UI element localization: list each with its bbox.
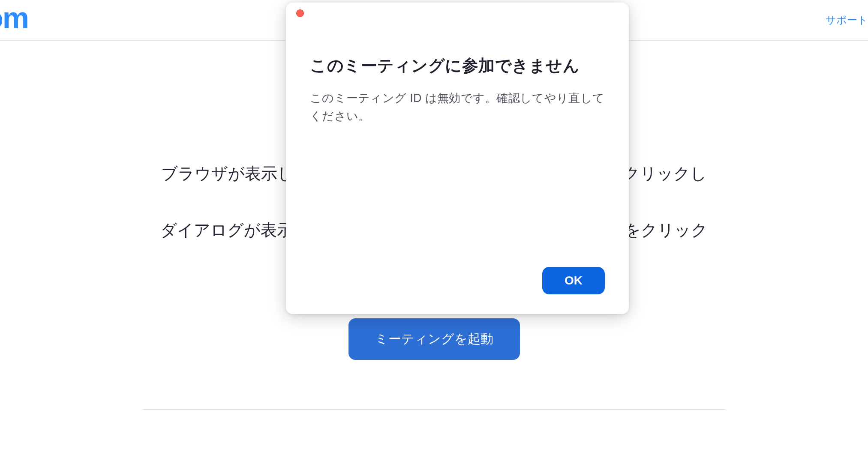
divider	[143, 409, 726, 410]
modal-footer: OK	[286, 267, 629, 314]
zoom-logo: om	[0, 1, 28, 35]
modal-body: このミーティングに参加できません このミーティング ID は無効です。確認してや…	[286, 24, 629, 267]
modal-message: このミーティング ID は無効です。確認してやり直してください。	[310, 90, 605, 126]
ok-button[interactable]: OK	[542, 267, 605, 294]
modal-title: このミーティングに参加できません	[310, 55, 605, 77]
support-link[interactable]: サポート	[826, 13, 868, 27]
launch-meeting-button[interactable]: ミーティングを起動	[348, 318, 520, 360]
modal-titlebar	[286, 3, 629, 24]
error-modal: このミーティングに参加できません このミーティング ID は無効です。確認してや…	[286, 3, 629, 314]
close-icon[interactable]	[296, 9, 304, 17]
